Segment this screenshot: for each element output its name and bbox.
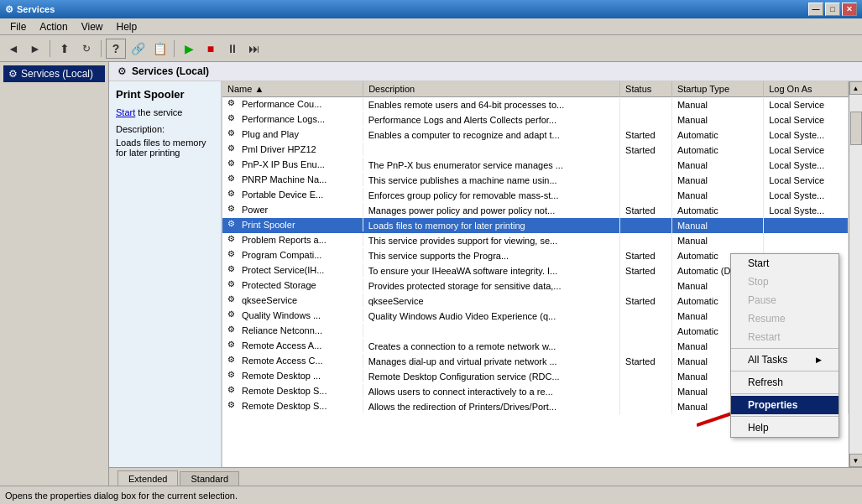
cell-name: ⚙Remote Desktop S...: [222, 384, 363, 397]
context-menu-item-help[interactable]: Help: [731, 418, 838, 437]
cell-status: [620, 369, 672, 384]
refresh-button[interactable]: ↻: [76, 39, 97, 59]
cell-name: ⚙PNRP Machine Na...: [222, 173, 363, 186]
cell-name: ⚙Protect Service(IH...: [222, 263, 363, 277]
tab-standard[interactable]: Standard: [180, 471, 239, 486]
sidebar: ⚙ Services (Local): [0, 62, 109, 486]
cell-description: Manages power policy and power policy no…: [363, 203, 620, 218]
cell-name: ⚙Remote Desktop S...: [222, 399, 363, 413]
cell-name: ⚙Portable Device E...: [222, 188, 363, 201]
cell-status: [620, 278, 672, 294]
svg-line-0: [697, 413, 734, 425]
cell-logon: Local Service: [764, 173, 849, 188]
menu-help[interactable]: Help: [110, 19, 144, 34]
service-icon: ⚙: [227, 385, 239, 397]
cell-name: ⚙qkseeService: [222, 294, 363, 307]
export-button[interactable]: 🔗: [128, 39, 148, 59]
tab-extended[interactable]: Extended: [118, 470, 178, 486]
menu-action[interactable]: Action: [33, 19, 74, 34]
scroll-thumb[interactable]: [850, 112, 862, 145]
cell-status: [620, 233, 672, 248]
service-icon: ⚙: [227, 98, 239, 110]
table-row[interactable]: ⚙Pml Driver HPZ12StartedAutomaticLocal S…: [222, 143, 849, 158]
table-row[interactable]: ⚙Print SpoolerLoads files to memory for …: [222, 218, 849, 233]
minimize-button[interactable]: —: [808, 3, 823, 16]
toolbar-sep-2: [101, 40, 102, 57]
service-icon: ⚙: [227, 158, 239, 170]
menu-file[interactable]: File: [3, 19, 33, 34]
table-row[interactable]: ⚙Portable Device E...Enforces group poli…: [222, 188, 849, 203]
context-menu-item-properties[interactable]: Properties: [731, 396, 838, 414]
cell-description: Performance Logs and Alerts Collects per…: [363, 112, 620, 127]
context-menu-item-all-tasks[interactable]: All Tasks▶: [731, 351, 838, 369]
play-button[interactable]: ▶: [179, 39, 199, 59]
properties-button[interactable]: 📋: [149, 39, 170, 59]
table-row[interactable]: ⚙Problem Reports a...This service provid…: [222, 233, 849, 248]
context-menu-sep-9: [731, 393, 838, 394]
help-button[interactable]: ?: [106, 39, 126, 59]
col-name[interactable]: Name ▲: [222, 81, 363, 97]
cell-name: ⚙Protected Storage: [222, 278, 363, 292]
cell-name: ⚙PnP-X IP Bus Enu...: [222, 158, 363, 171]
col-logon[interactable]: Log On As: [764, 81, 849, 97]
cell-logon: Local Syste...: [764, 203, 849, 218]
col-status[interactable]: Status: [620, 81, 672, 97]
tabs-bar: Extended Standard: [109, 467, 862, 486]
col-startup[interactable]: Startup Type: [671, 81, 763, 97]
menu-view[interactable]: View: [75, 19, 110, 34]
table-row[interactable]: ⚙Performance Logs...Performance Logs and…: [222, 112, 849, 127]
cell-description: [363, 143, 620, 158]
table-row[interactable]: ⚙PowerManages power policy and power pol…: [222, 203, 849, 218]
cell-logon: Local Service: [764, 112, 849, 127]
vertical-scrollbar[interactable]: ▲ ▼: [849, 81, 862, 467]
cell-description: Enforces group policy for removable mass…: [363, 188, 620, 203]
up-button[interactable]: ⬆: [55, 39, 75, 59]
table-row[interactable]: ⚙Performance Cou...Enables remote users …: [222, 97, 849, 112]
skip-button[interactable]: ⏭: [244, 39, 264, 59]
back-button[interactable]: ◄: [3, 39, 24, 59]
service-icon: ⚙: [227, 325, 239, 336]
cell-name: ⚙Print Spooler: [222, 218, 363, 231]
cell-status: [620, 309, 672, 324]
cell-description: Provides protected storage for sensitive…: [363, 278, 620, 294]
service-icon: ⚙: [227, 370, 239, 382]
col-description[interactable]: Description: [363, 81, 620, 97]
table-row[interactable]: ⚙Plug and PlayEnables a computer to reco…: [222, 127, 849, 143]
toolbar-sep-1: [50, 40, 50, 57]
content-header-icon: ⚙: [118, 65, 127, 77]
cell-startup: Manual: [671, 188, 763, 203]
cell-name: ⚙Reliance Netconn...: [222, 324, 363, 337]
start-service-link[interactable]: Start: [116, 107, 135, 117]
content-header-title: Services (Local): [132, 65, 209, 77]
cell-name: ⚙Program Compati...: [222, 248, 363, 262]
context-menu-sep-7: [731, 371, 838, 372]
context-menu-item-resume: Resume: [731, 309, 838, 328]
service-icon: ⚙: [227, 264, 239, 276]
cell-startup: Manual: [671, 97, 763, 112]
service-icon: ⚙: [227, 143, 239, 155]
context-menu-item-refresh[interactable]: Refresh: [731, 373, 838, 392]
close-button[interactable]: ✕: [842, 3, 857, 16]
table-row[interactable]: ⚙PNRP Machine Na...This service publishe…: [222, 173, 849, 188]
context-menu: StartStopPauseResumeRestartAll Tasks▶Ref…: [730, 253, 839, 438]
scroll-track[interactable]: [849, 95, 862, 454]
cell-startup: Automatic: [671, 143, 763, 158]
cell-status: [620, 158, 672, 173]
stop-button[interactable]: ■: [201, 39, 221, 59]
start-service-suffix: the service: [135, 107, 182, 117]
maximize-button[interactable]: □: [825, 3, 840, 16]
content-header: ⚙ Services (Local): [109, 62, 862, 81]
service-name-heading: Print Spooler: [116, 88, 214, 101]
pause-button[interactable]: ⏸: [222, 39, 243, 59]
cell-status: [620, 188, 672, 203]
context-menu-item-start[interactable]: Start: [731, 254, 838, 273]
cell-status: [620, 384, 672, 399]
sidebar-item-services-local[interactable]: ⚙ Services (Local): [3, 65, 105, 82]
scroll-down-button[interactable]: ▼: [849, 454, 863, 467]
forward-button[interactable]: ►: [25, 39, 45, 59]
table-row[interactable]: ⚙PnP-X IP Bus Enu...The PnP-X bus enumer…: [222, 158, 849, 173]
context-menu-item-pause: Pause: [731, 291, 838, 309]
table-header: Name ▲ Description Status Startup Type L…: [222, 81, 849, 97]
cell-description: Allows users to connect interactively to…: [363, 384, 620, 399]
scroll-up-button[interactable]: ▲: [849, 81, 863, 95]
